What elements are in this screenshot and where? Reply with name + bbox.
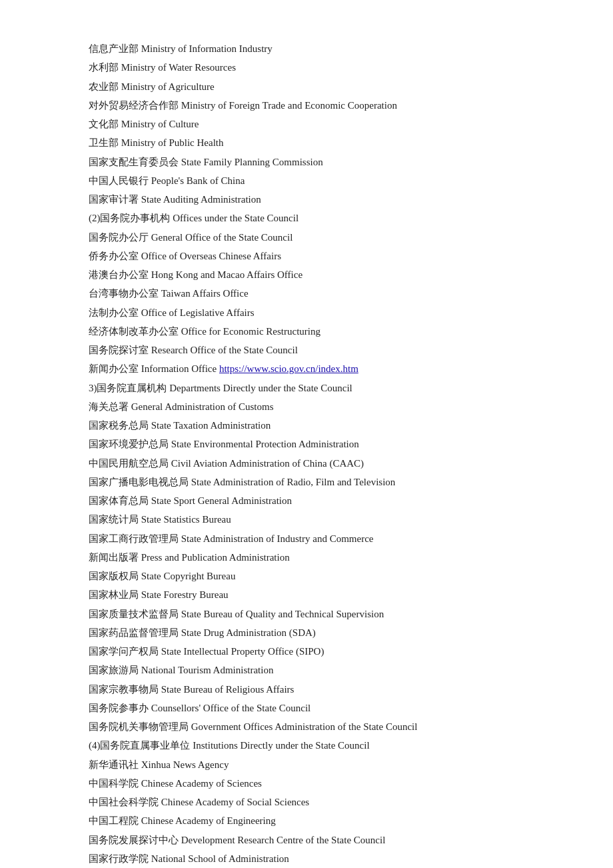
- line32: 国家药品监督管理局 State Drug Administration (SDA…: [89, 624, 524, 641]
- line1: 信息产业部 Ministry of Information Industry: [89, 40, 524, 57]
- line42: 中国工程院 Chinese Academy of Engineering: [89, 812, 524, 829]
- line43: 国务院发展探讨中心 Development Research Centre of…: [89, 831, 524, 849]
- line17: 国务院探讨室 Research Office of the State Coun…: [89, 341, 524, 359]
- line7: 国家支配生育委员会 State Family Planning Commissi…: [89, 153, 524, 171]
- offices-heading: (2)国务院办事机构 Offices under the State Counc…: [89, 209, 524, 227]
- line27: 国家工商行政管理局 State Administration of Indust…: [89, 530, 524, 547]
- line25: 国家体育总局 State Sport General Administratio…: [89, 492, 524, 509]
- line36: 国务院参事办 Counsellors' Office of the State …: [89, 699, 524, 717]
- line20: 海关总署 General Administration of Customs: [89, 398, 524, 415]
- line30: 国家林业局 State Forestry Bureau: [89, 586, 524, 603]
- line41: 中国社会科学院 Chinese Academy of Social Scienc…: [89, 793, 524, 811]
- line33: 国家学问产权局 State Intellectual Property Offi…: [89, 643, 524, 660]
- line4: 对外贸易经济合作部 Ministry of Foreign Trade and …: [89, 97, 524, 114]
- line40: 中国科学院 Chinese Academy of Sciences: [89, 775, 524, 792]
- line9: 国家审计署 State Auditing Administration: [89, 191, 524, 208]
- line3: 农业部 Ministry of Agriculture: [89, 78, 524, 95]
- line2: 水利部 Ministry of Water Resources: [89, 59, 524, 76]
- line44: 国家行政学院 National School of Administration: [89, 850, 524, 867]
- line39: 新华通讯社 Xinhua News Agency: [89, 756, 524, 773]
- info-office-label: 新闻办公室 Information Office: [89, 363, 219, 374]
- line18: 新闻办公室 Information Office https://www.sci…: [89, 360, 524, 377]
- info-office-link[interactable]: https://www.scio.gov.cn/index.htm: [219, 363, 358, 374]
- line31: 国家质量技术监督局 State Bureau of Quality and Te…: [89, 605, 524, 623]
- line37: 国务院机关事物管理局 Government Offices Administra…: [89, 718, 524, 735]
- line8: 中国人民银行 People's Bank of China: [89, 172, 524, 189]
- institutions-heading: (4)国务院直属事业单位 Institutions Directly under…: [89, 737, 524, 754]
- line35: 国家宗教事物局 State Bureau of Religious Affair…: [89, 681, 524, 698]
- departments-heading: 3)国务院直属机构 Departments Directly under the…: [89, 379, 524, 397]
- line13: 港澳台办公室 Hong Kong and Macao Affairs Offic…: [89, 266, 524, 283]
- line6: 卫生部 Ministry of Public Health: [89, 134, 524, 151]
- line16: 经济体制改革办公室 Office for Economic Restructur…: [89, 323, 524, 340]
- line23: 中国民用航空总局 Civil Aviation Administration o…: [89, 455, 524, 472]
- line12: 侨务办公室 Office of Overseas Chinese Affairs: [89, 247, 524, 265]
- line21: 国家税务总局 State Taxation Administration: [89, 417, 524, 434]
- line5: 文化部 Ministry of Culture: [89, 115, 524, 133]
- line26: 国家统计局 State Statistics Bureau: [89, 511, 524, 528]
- line22: 国家环境爱护总局 State Environmental Protection …: [89, 435, 524, 453]
- line29: 国家版权局 State Copyright Bureau: [89, 567, 524, 585]
- line14: 台湾事物办公室 Taiwan Affairs Office: [89, 285, 524, 302]
- line28: 新闻出版署 Press and Publication Administrati…: [89, 549, 524, 566]
- line24: 国家广播电影电视总局 State Administration of Radio…: [89, 473, 524, 491]
- line11: 国务院办公厅 General Office of the State Counc…: [89, 229, 524, 246]
- main-content: 信息产业部 Ministry of Information Industry 水…: [89, 40, 524, 867]
- line15: 法制办公室 Office of Legislative Affairs: [89, 304, 524, 321]
- line34: 国家旅游局 National Tourism Administration: [89, 661, 524, 679]
